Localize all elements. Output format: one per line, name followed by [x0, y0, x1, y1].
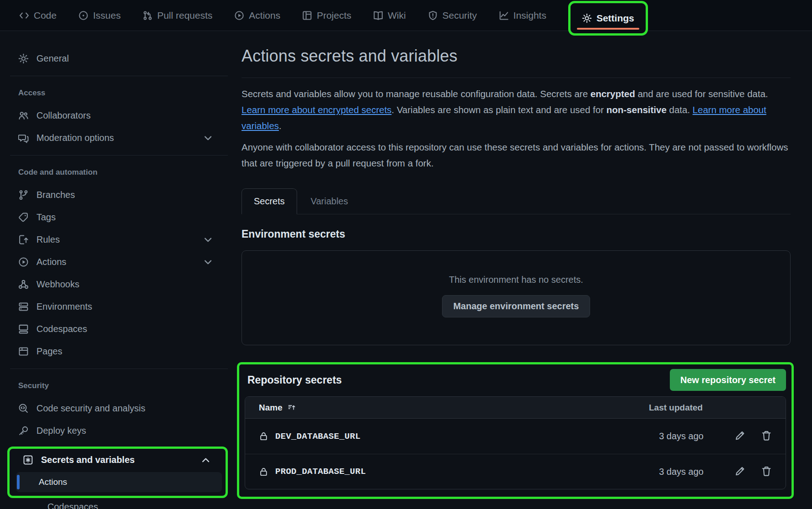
link-encrypted-secrets[interactable]: Learn more about encrypted secrets — [242, 104, 391, 115]
secret-name-cell: PROD_DATABASE_URL — [259, 467, 649, 477]
repository-secrets-table: Name Last updated DEV_DATABASE_URL 3 day… — [245, 396, 786, 489]
tab-issues[interactable]: Issues — [78, 10, 121, 21]
shield-icon — [428, 10, 438, 21]
highlight-box-secrets-and-variables: Secrets and variables Actions — [7, 447, 228, 498]
delete-secret-button[interactable] — [761, 466, 772, 478]
description-text: Secrets and variables allow you to manag… — [242, 88, 591, 99]
edit-secret-button[interactable] — [735, 430, 745, 442]
tab-code[interactable]: Code — [19, 10, 57, 21]
sidebar-item-rules[interactable]: Rules — [18, 229, 228, 251]
pencil-icon — [735, 466, 745, 477]
tab-projects[interactable]: Projects — [302, 10, 351, 21]
sidebar-item-deploy-keys[interactable]: Deploy keys — [18, 420, 228, 442]
edit-secret-button[interactable] — [735, 466, 745, 478]
sidebar-item-label: Codespaces — [36, 324, 87, 334]
delete-secret-button[interactable] — [761, 430, 772, 442]
row-actions — [704, 430, 786, 442]
sidebar-item-environments[interactable]: Environments — [18, 296, 228, 318]
sidebar-item-webhooks[interactable]: Webhooks — [18, 273, 228, 296]
tab-label: Projects — [317, 10, 351, 21]
trash-icon — [761, 430, 772, 441]
tab-secrets[interactable]: Secrets — [242, 188, 297, 214]
description-text: data. — [667, 104, 693, 115]
secret-updated: 3 days ago — [649, 467, 704, 477]
chevron-down-icon — [203, 257, 213, 267]
tab-variables[interactable]: Variables — [297, 189, 362, 214]
sidebar-subitem-codespaces[interactable]: Codespaces — [25, 502, 224, 509]
column-header-label: Name — [259, 403, 283, 413]
book-icon — [373, 10, 383, 21]
git-branch-icon — [18, 190, 29, 200]
secrets-variables-tabs: Secrets Variables — [242, 187, 791, 214]
name-column-header[interactable]: Name — [259, 403, 649, 413]
sidebar-divider — [10, 363, 228, 374]
sidebar-item-collaborators[interactable]: Collaborators — [18, 104, 228, 127]
environment-empty-text: This environment has no secrets. — [449, 275, 583, 285]
tab-label: Actions — [249, 10, 280, 21]
highlight-box-repository-secrets: Repository secrets New repository secret… — [237, 362, 794, 499]
new-repository-secret-button[interactable]: New repository secret — [670, 369, 786, 391]
lock-icon — [259, 467, 268, 477]
table-row: PROD_DATABASE_URL 3 days ago — [245, 454, 786, 489]
sidebar-item-label: Actions — [39, 477, 67, 487]
sidebar-item-label: Branches — [36, 190, 75, 200]
tab-label: Wiki — [388, 10, 406, 21]
browser-icon — [18, 346, 29, 357]
collaborator-paragraph: Anyone with collaborator access to this … — [242, 139, 791, 171]
play-icon — [234, 10, 244, 21]
highlight-box-settings: Settings — [568, 1, 648, 36]
tag-icon — [18, 212, 29, 223]
main-content: Actions secrets and variables Secrets an… — [242, 31, 791, 499]
sidebar-item-secrets-and-variables[interactable]: Secrets and variables — [10, 449, 226, 471]
people-icon — [18, 110, 29, 121]
code-icon — [19, 10, 29, 21]
issue-opened-icon — [78, 10, 88, 21]
graph-icon — [499, 10, 509, 21]
git-pull-request-icon — [143, 10, 153, 21]
emphasis-non-sensitive: non-sensitive — [606, 104, 667, 115]
secret-name: PROD_DATABASE_URL — [275, 467, 366, 477]
pencil-icon — [735, 430, 745, 441]
tab-actions[interactable]: Actions — [234, 10, 280, 21]
sidebar-item-label: Code security and analysis — [36, 403, 145, 414]
sort-ascending-icon — [288, 404, 296, 411]
sidebar-divider — [10, 70, 228, 82]
tab-label: Pull requests — [157, 10, 212, 21]
sidebar-item-codespaces[interactable]: Codespaces — [18, 318, 228, 340]
sidebar-item-pages[interactable]: Pages — [18, 340, 228, 363]
title-divider — [242, 78, 791, 78]
sidebar-item-label: Collaborators — [36, 110, 91, 121]
sidebar-subitem-actions-active[interactable]: Actions — [16, 472, 222, 492]
trash-icon — [761, 466, 772, 477]
sidebar-item-tags[interactable]: Tags — [18, 206, 228, 229]
key-icon — [18, 426, 29, 436]
manage-environment-secrets-button[interactable]: Manage environment secrets — [442, 295, 591, 317]
sidebar-item-code-security[interactable]: Code security and analysis — [18, 397, 228, 420]
tab-label: Code — [34, 10, 57, 21]
tab-settings[interactable]: Settings — [582, 13, 634, 24]
tab-security[interactable]: Security — [428, 10, 477, 21]
server-icon — [18, 301, 29, 312]
sidebar-item-label: Actions — [36, 257, 67, 267]
table-row: DEV_DATABASE_URL 3 days ago — [245, 419, 786, 454]
page-title: Actions secrets and variables — [242, 47, 791, 66]
sidebar-item-actions[interactable]: Actions — [18, 251, 228, 273]
settings-sidebar: General Access Collaborators Moderation … — [0, 31, 228, 509]
tab-label: Security — [442, 10, 477, 21]
ruleset-icon — [18, 234, 29, 245]
sidebar-item-branches[interactable]: Branches — [18, 184, 228, 206]
sidebar-item-label: Webhooks — [36, 279, 79, 290]
sidebar-item-label: Deploy keys — [36, 426, 86, 436]
tab-pull-requests[interactable]: Pull requests — [143, 10, 212, 21]
repository-secrets-heading: Repository secrets — [247, 374, 342, 386]
gear-icon — [582, 13, 592, 23]
environment-secrets-panel: This environment has no secrets. Manage … — [242, 250, 791, 345]
environment-secrets-heading: Environment secrets — [242, 228, 791, 240]
active-item-bar — [17, 475, 20, 489]
active-tab-underline — [577, 28, 639, 30]
tab-insights[interactable]: Insights — [499, 10, 546, 21]
sidebar-item-moderation-options[interactable]: Moderation options — [18, 127, 228, 149]
description-text: . Variables are shown as plain text and … — [391, 104, 606, 115]
sidebar-item-general[interactable]: General — [18, 47, 228, 70]
tab-wiki[interactable]: Wiki — [373, 10, 406, 21]
